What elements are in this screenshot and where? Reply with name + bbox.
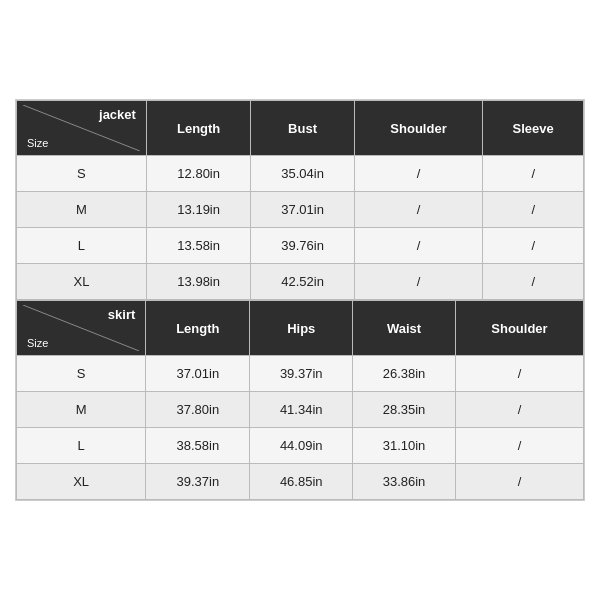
skirt-data-cell: 38.58in [146,428,250,464]
skirt-size-label: Size [27,337,48,349]
jacket-data-cell: 13.58in [146,228,251,264]
skirt-type-label: skirt [108,307,135,322]
jacket-data-cell: 42.52in [251,264,354,300]
skirt-data-cell: 33.86in [353,464,456,500]
skirt-data-cell: / [455,464,583,500]
jacket-data-cell: / [354,192,483,228]
jacket-type-label: jacket [99,107,136,122]
jacket-data-cell: 13.98in [146,264,251,300]
jacket-data-cell: / [354,156,483,192]
skirt-data-cell: / [455,428,583,464]
jacket-data-cell: 39.76in [251,228,354,264]
skirt-size-cell: L [17,428,146,464]
skirt-table: skirt Size Length Hips Waist Shoulder S3… [16,300,584,500]
skirt-data-cell: 37.80in [146,392,250,428]
jacket-size-label: Size [27,137,48,149]
jacket-header-sleeve: Sleeve [483,101,584,156]
skirt-row: L38.58in44.09in31.10in/ [17,428,584,464]
jacket-row: XL13.98in42.52in// [17,264,584,300]
jacket-row: M13.19in37.01in// [17,192,584,228]
skirt-header-hips: Hips [250,301,353,356]
jacket-size-cell: XL [17,264,147,300]
skirt-header-row: skirt Size Length Hips Waist Shoulder [17,301,584,356]
skirt-size-cell: M [17,392,146,428]
skirt-data-cell: / [455,392,583,428]
skirt-data-cell: 26.38in [353,356,456,392]
jacket-corner-cell: jacket Size [17,101,147,156]
jacket-row: L13.58in39.76in// [17,228,584,264]
jacket-data-cell: 12.80in [146,156,251,192]
skirt-row: M37.80in41.34in28.35in/ [17,392,584,428]
skirt-data-cell: 41.34in [250,392,353,428]
jacket-size-cell: L [17,228,147,264]
skirt-data-cell: 28.35in [353,392,456,428]
skirt-row: XL39.37in46.85in33.86in/ [17,464,584,500]
skirt-size-cell: S [17,356,146,392]
jacket-data-cell: / [483,192,584,228]
skirt-data-cell: 46.85in [250,464,353,500]
jacket-data-cell: 35.04in [251,156,354,192]
jacket-size-cell: S [17,156,147,192]
skirt-corner-cell: skirt Size [17,301,146,356]
skirt-body: S37.01in39.37in26.38in/M37.80in41.34in28… [17,356,584,500]
jacket-data-cell: 37.01in [251,192,354,228]
skirt-data-cell: 44.09in [250,428,353,464]
jacket-header-bust: Bust [251,101,354,156]
jacket-row: S12.80in35.04in// [17,156,584,192]
jacket-header-row: jacket Size Length Bust Shoulder Sleeve [17,101,584,156]
skirt-data-cell: 39.37in [146,464,250,500]
jacket-data-cell: 13.19in [146,192,251,228]
skirt-header-shoulder: Shoulder [455,301,583,356]
skirt-size-cell: XL [17,464,146,500]
jacket-data-cell: / [354,264,483,300]
size-chart: jacket Size Length Bust Shoulder Sleeve … [15,99,585,501]
jacket-data-cell: / [483,228,584,264]
skirt-data-cell: 37.01in [146,356,250,392]
skirt-data-cell: 39.37in [250,356,353,392]
skirt-header-waist: Waist [353,301,456,356]
skirt-data-cell: 31.10in [353,428,456,464]
jacket-data-cell: / [483,156,584,192]
jacket-header-length: Length [146,101,251,156]
jacket-table: jacket Size Length Bust Shoulder Sleeve … [16,100,584,300]
jacket-header-shoulder: Shoulder [354,101,483,156]
jacket-data-cell: / [483,264,584,300]
skirt-row: S37.01in39.37in26.38in/ [17,356,584,392]
jacket-data-cell: / [354,228,483,264]
skirt-data-cell: / [455,356,583,392]
jacket-size-cell: M [17,192,147,228]
skirt-header-length: Length [146,301,250,356]
jacket-body: S12.80in35.04in//M13.19in37.01in//L13.58… [17,156,584,300]
